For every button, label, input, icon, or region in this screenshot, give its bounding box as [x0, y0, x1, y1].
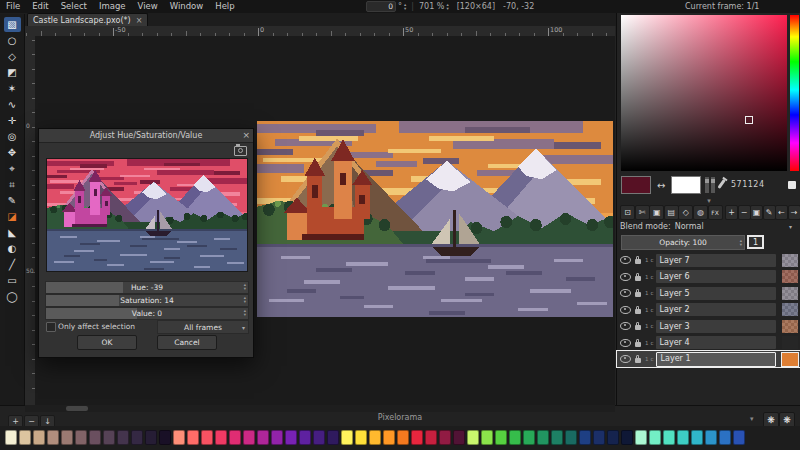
tool-polygon-select[interactable]: ◇	[4, 49, 21, 64]
color-options-button[interactable]	[788, 181, 796, 189]
palette-swatch[interactable]	[47, 430, 59, 445]
frame-brush-button[interactable]: ✎	[763, 205, 776, 220]
move-frame-right-button[interactable]: →	[788, 205, 800, 220]
alpha-mini-slider[interactable]	[711, 177, 715, 193]
visibility-eye-icon[interactable]	[620, 339, 631, 347]
value-spinner[interactable]	[244, 309, 246, 317]
palette-swatch[interactable]	[5, 430, 17, 445]
value-mini-slider[interactable]	[705, 177, 709, 193]
palette-swatch[interactable]	[439, 430, 451, 445]
visibility-eye-icon[interactable]	[620, 256, 631, 264]
lock-icon[interactable]	[635, 292, 641, 297]
menu-image[interactable]: Image	[93, 0, 132, 13]
layer-row-layer-4[interactable]: 1cLayer 4	[617, 335, 800, 351]
lock-icon[interactable]	[635, 276, 641, 281]
palette-swatch[interactable]	[733, 430, 745, 445]
tool-line[interactable]: ╱	[4, 257, 21, 272]
palette-swatch[interactable]	[537, 430, 549, 445]
palette-swatch[interactable]	[411, 430, 423, 445]
tool-color-select[interactable]: ◩	[4, 65, 21, 80]
color-cursor[interactable]	[745, 116, 753, 124]
palette-swatch[interactable]	[187, 430, 199, 445]
visibility-eye-icon[interactable]	[620, 273, 631, 281]
layer-name[interactable]: Layer 6	[656, 270, 776, 283]
layer-row-layer-5[interactable]: 1cLayer 5	[617, 285, 800, 301]
palette-swatch[interactable]	[145, 430, 157, 445]
tool-crop[interactable]: ⌗	[4, 177, 21, 192]
lock-icon[interactable]	[635, 259, 641, 264]
cel-thumbnail[interactable]	[782, 270, 798, 283]
palette-swatch[interactable]	[257, 430, 269, 445]
palette-swatch[interactable]	[649, 430, 661, 445]
menu-select[interactable]: Select	[55, 0, 93, 13]
palette-swatch[interactable]	[677, 430, 689, 445]
tab-close-icon[interactable]	[136, 16, 143, 25]
tool-zoom[interactable]: ◎	[4, 129, 21, 144]
tool-color-picker[interactable]: ⌖	[4, 161, 21, 176]
blend-mode-row[interactable]: Blend mode: Normal	[620, 220, 798, 232]
palette-swatch[interactable]	[131, 430, 143, 445]
lock-cel-button[interactable]: ⊡	[620, 205, 635, 220]
palette-swatch[interactable]	[341, 430, 353, 445]
tool-eraser[interactable]: ◪	[4, 209, 21, 224]
zoom-spinner[interactable]	[446, 3, 448, 11]
clear-cel-button[interactable]: ◍	[693, 205, 708, 220]
layer-name[interactable]: Layer 5	[656, 287, 776, 300]
palette-swatch[interactable]	[607, 430, 619, 445]
palette-swatch[interactable]	[705, 430, 717, 445]
palette-swatch[interactable]	[173, 430, 185, 445]
visibility-eye-icon[interactable]	[620, 289, 631, 297]
visibility-eye-icon[interactable]	[620, 306, 631, 314]
snapshot-icon[interactable]	[234, 146, 247, 156]
cut-cel-button[interactable]: ✄	[635, 205, 650, 220]
ok-button[interactable]: OK	[77, 335, 137, 350]
tool-move[interactable]: ✛	[4, 113, 21, 128]
menu-edit[interactable]: Edit	[26, 0, 54, 13]
palette-swatch[interactable]	[19, 430, 31, 445]
lock-icon[interactable]	[635, 325, 641, 330]
palette-swatch[interactable]	[215, 430, 227, 445]
link-cel-button[interactable]: ◇	[678, 205, 693, 220]
tool-rectangle-select[interactable]: ▧	[4, 17, 21, 32]
palette-swatch[interactable]	[509, 430, 521, 445]
layer-name[interactable]: Layer 3	[656, 320, 776, 333]
palette-swatch[interactable]	[579, 430, 591, 445]
palette-swatch[interactable]	[299, 430, 311, 445]
hue-slider[interactable]	[790, 15, 799, 171]
menu-view[interactable]: View	[132, 0, 164, 13]
cel-thumbnail[interactable]	[782, 320, 798, 333]
remove-frame-button[interactable]: −	[738, 205, 751, 220]
palette-swatch[interactable]	[229, 430, 241, 445]
palette-swatch[interactable]	[453, 430, 465, 445]
tab-castle-landscape[interactable]: Castle Landscape.pxo(*)	[27, 13, 148, 27]
palette-swatch[interactable]	[565, 430, 577, 445]
cancel-button[interactable]: Cancel	[157, 335, 217, 350]
palette-swatch[interactable]	[383, 430, 395, 445]
palette-swatch[interactable]	[467, 430, 479, 445]
expand-picker-icon[interactable]: ▾	[617, 197, 800, 205]
cel-thumbnail[interactable]	[782, 303, 798, 316]
palette-swatch[interactable]	[719, 430, 731, 445]
layer-row-layer-1[interactable]: 1cLayer 1	[617, 351, 800, 367]
tool-pencil[interactable]: ✎	[4, 193, 21, 208]
dialog-close-icon[interactable]	[242, 129, 250, 142]
palette-swatch[interactable]	[103, 430, 115, 445]
palette-swatch[interactable]	[61, 430, 73, 445]
opacity-spinner[interactable]	[740, 239, 742, 247]
secondary-color-swatch[interactable]	[671, 176, 701, 194]
opacity-slider[interactable]: Opacity: 100	[621, 235, 745, 250]
palette-swatch[interactable]	[551, 430, 563, 445]
blend-mode-value[interactable]: Normal	[675, 222, 704, 231]
tool-bucket[interactable]: ◣	[4, 225, 21, 240]
palette-swatch[interactable]	[89, 430, 101, 445]
hex-color-field[interactable]: 571124	[731, 180, 765, 189]
scrollbar-thumb[interactable]	[66, 406, 88, 411]
palette-swatch[interactable]	[635, 430, 647, 445]
swap-colors-icon[interactable]	[657, 180, 665, 191]
menu-file[interactable]: File	[0, 0, 26, 13]
visibility-eye-icon[interactable]	[620, 355, 631, 363]
palette-swatch[interactable]	[33, 430, 45, 445]
menu-window[interactable]: Window	[164, 0, 210, 13]
copy-cel-button[interactable]: ▣	[649, 205, 664, 220]
palette-swatch[interactable]	[355, 430, 367, 445]
